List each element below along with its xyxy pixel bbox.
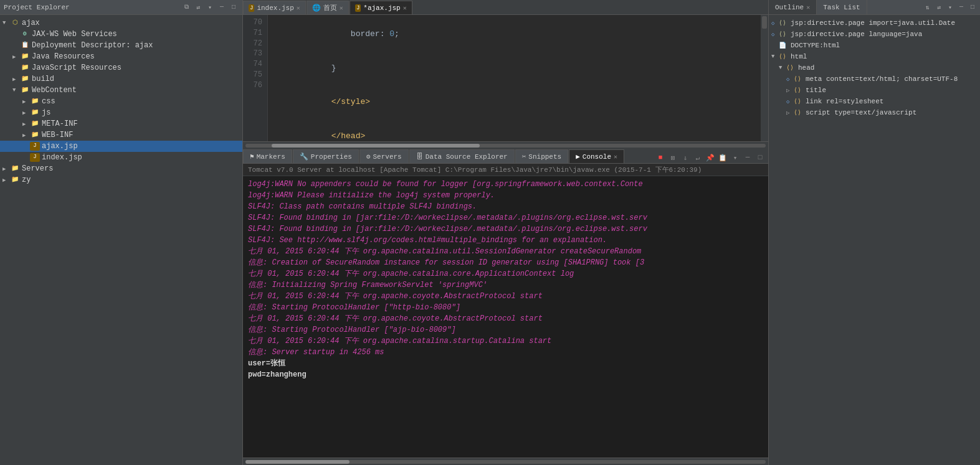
maximize-bottom[interactable]: □ bbox=[754, 152, 766, 163]
tab-task-list[interactable]: Task List bbox=[817, 0, 867, 14]
outline-minimize-button[interactable]: ─ bbox=[956, 2, 966, 12]
word-wrap-button[interactable]: ↵ bbox=[692, 152, 703, 163]
tree-item-js[interactable]: ▶ 📁 js bbox=[0, 107, 242, 118]
tab-markers-label: Markers bbox=[257, 153, 285, 161]
pin-console-button[interactable]: 📌 bbox=[705, 152, 716, 163]
maximize-button[interactable]: □ bbox=[229, 2, 239, 12]
label-doctype: DOCTYPE:html bbox=[791, 42, 840, 49]
icon-jax-ws: ⚙ bbox=[20, 30, 30, 39]
outline-maximize-button[interactable]: □ bbox=[968, 2, 978, 12]
arrow-head: ▼ bbox=[779, 65, 786, 71]
editor-scrollbar-h[interactable] bbox=[243, 141, 768, 149]
console-line-7: 信息: Creation of SecureRandom instance fo… bbox=[248, 257, 763, 268]
tree-item-js-res[interactable]: 📁 JavaScript Resources bbox=[0, 62, 242, 73]
outline-tab-label: Outline bbox=[775, 4, 804, 11]
arrow-css: ▶ bbox=[22, 98, 30, 105]
tab-icon-home: 🌐 bbox=[312, 4, 321, 12]
icon-html: ⟨⟩ bbox=[779, 53, 789, 60]
code-editor[interactable]: 70 71 72 73 74 75 76 border: 0; } bbox=[243, 15, 768, 141]
code-lines[interactable]: border: 0; } </style> </head> ►<body> bbox=[268, 15, 761, 141]
icon-meta: ⟨⟩ bbox=[794, 75, 804, 83]
tree-item-build[interactable]: ▶ 📁 build bbox=[0, 73, 242, 85]
console-line-15: 信息: Server startup in 4256 ms bbox=[248, 347, 763, 358]
tab-index-jsp[interactable]: J index.jsp ✕ bbox=[243, 1, 306, 14]
outline-link-button[interactable]: ⇄ bbox=[934, 2, 944, 12]
tree-item-deployment[interactable]: 📋 Deployment Descriptor: ajax bbox=[0, 40, 242, 51]
tab-close-ajax[interactable]: ✕ bbox=[403, 4, 407, 12]
markers-icon: ⚑ bbox=[250, 153, 254, 161]
outline-item-head[interactable]: ▼ ⟨⟩ head bbox=[769, 62, 980, 73]
tree-item-web-inf[interactable]: ▶ 📁 WEB-INF bbox=[0, 129, 242, 141]
outline-close-icon[interactable]: ✕ bbox=[806, 4, 810, 11]
label-js: js bbox=[42, 108, 50, 117]
arrow-title: ▷ bbox=[786, 87, 794, 94]
outline-item-link[interactable]: ◇ ⟨⟩ link rel=stylesheet bbox=[769, 96, 980, 107]
tree-item-zy[interactable]: ▶ 📁 zy bbox=[0, 174, 242, 186]
outline-sort-button[interactable]: ⇅ bbox=[923, 2, 933, 12]
label-meta: meta content=text/html; charset=UTF-8 bbox=[806, 75, 958, 83]
console-line-14: 七月 01, 2015 6:20:44 下午 org.apache.catali… bbox=[248, 336, 763, 347]
tree-item-jax-ws[interactable]: ⚙ JAX-WS Web Services bbox=[0, 29, 242, 40]
view-menu-button[interactable]: ▾ bbox=[205, 2, 215, 12]
tree-item-webcontent[interactable]: ▼ 📁 WebContent bbox=[0, 85, 242, 96]
console-scrollbar-h[interactable] bbox=[243, 458, 768, 465]
icon-build: 📁 bbox=[20, 75, 30, 83]
label-html: html bbox=[791, 53, 807, 60]
tab-properties[interactable]: 🔧 Properties bbox=[293, 149, 359, 163]
console-tab-close[interactable]: ✕ bbox=[614, 153, 617, 161]
icon-head: ⟨⟩ bbox=[786, 64, 796, 72]
tab-servers[interactable]: ⚙ Servers bbox=[359, 149, 409, 163]
icon-servers: 📁 bbox=[10, 164, 20, 173]
scroll-lock-button[interactable]: ⇓ bbox=[680, 152, 691, 163]
tab-snippets[interactable]: ✂ Snippets bbox=[515, 149, 568, 163]
project-explorer-title: Project Explorer bbox=[4, 4, 70, 11]
clear-console-button[interactable]: ⊠ bbox=[667, 152, 678, 163]
outline-tree: ◇ ⟨⟩ jsp:directive.page import=java.util… bbox=[769, 15, 980, 465]
tab-ajax-jsp[interactable]: J *ajax.jsp ✕ bbox=[350, 1, 412, 14]
minimize-bottom[interactable]: ─ bbox=[742, 152, 753, 163]
tab-outline[interactable]: Outline ✕ bbox=[769, 0, 817, 14]
minimize-button[interactable]: ─ bbox=[217, 2, 227, 12]
tab-close-index[interactable]: ✕ bbox=[297, 4, 300, 12]
label-ajax-jsp: ajax.jsp bbox=[42, 142, 78, 151]
label-directive-import: jsp:directive.page import=java.util.Date bbox=[791, 19, 955, 27]
outline-item-doctype[interactable]: 📄 DOCTYPE:html bbox=[769, 40, 980, 51]
open-console-button[interactable]: 📋 bbox=[717, 152, 728, 163]
editor-scrollbar-v[interactable] bbox=[761, 15, 768, 141]
tree-item-index-jsp[interactable]: J index.jsp bbox=[0, 152, 242, 163]
outline-menu-button[interactable]: ▾ bbox=[945, 2, 955, 12]
arrow-java-res: ▶ bbox=[12, 54, 20, 60]
outline-item-script[interactable]: ▷ ⟨⟩ script type=text/javascript bbox=[769, 107, 980, 118]
label-js-res: JavaScript Resources bbox=[32, 63, 121, 72]
center-panel: J index.jsp ✕ 🌐 首页 ✕ J *ajax.jsp ✕ 70 71 bbox=[243, 0, 768, 465]
icon-js-res: 📁 bbox=[20, 63, 30, 72]
sidebar-toolbar: ⧉ ⇄ ▾ ─ □ bbox=[181, 2, 239, 12]
outline-item-meta[interactable]: ◇ ⟨⟩ meta content=text/html; charset=UTF… bbox=[769, 73, 980, 85]
tree-item-servers[interactable]: ▶ 📁 Servers bbox=[0, 163, 242, 174]
tab-home[interactable]: 🌐 首页 ✕ bbox=[307, 1, 349, 14]
link-editor-button[interactable]: ⇄ bbox=[193, 2, 203, 12]
tree-item-ajax-jsp[interactable]: J ajax.jsp bbox=[0, 141, 242, 152]
tree-item-meta-inf[interactable]: ▶ 📁 META-INF bbox=[0, 118, 242, 129]
icon-java-res: 📁 bbox=[20, 52, 30, 61]
icon-doctype: 📄 bbox=[779, 42, 789, 49]
label-link: link rel=stylesheet bbox=[806, 98, 883, 105]
tab-datasource[interactable]: 🗄 Data Source Explorer bbox=[409, 149, 515, 163]
tab-close-home[interactable]: ✕ bbox=[340, 4, 343, 12]
stop-button[interactable]: ■ bbox=[655, 152, 666, 163]
tab-console[interactable]: ▶ Console ✕ bbox=[569, 149, 624, 163]
console-line-16: user=张恒 bbox=[248, 358, 763, 369]
outline-item-directive-import[interactable]: ◇ ⟨⟩ jsp:directive.page import=java.util… bbox=[769, 17, 980, 29]
tab-icon-ajax: J bbox=[355, 4, 361, 12]
tab-markers[interactable]: ⚑ Markers bbox=[243, 149, 292, 163]
tab-servers-label: Servers bbox=[373, 153, 401, 161]
tree-item-css[interactable]: ▶ 📁 css bbox=[0, 96, 242, 107]
console-view-menu[interactable]: ▾ bbox=[730, 152, 741, 163]
outline-item-title[interactable]: ▷ ⟨⟩ title bbox=[769, 85, 980, 96]
outline-item-directive-lang[interactable]: ◇ ⟨⟩ jsp:directive.page language=java bbox=[769, 29, 980, 40]
tab-label-index: index.jsp bbox=[257, 4, 293, 12]
outline-item-html[interactable]: ▼ ⟨⟩ html bbox=[769, 51, 980, 62]
collapse-all-button[interactable]: ⧉ bbox=[181, 2, 191, 12]
tree-item-ajax[interactable]: ▼ ⬡ ajax bbox=[0, 17, 242, 29]
tree-item-java-res[interactable]: ▶ 📁 Java Resources bbox=[0, 51, 242, 62]
